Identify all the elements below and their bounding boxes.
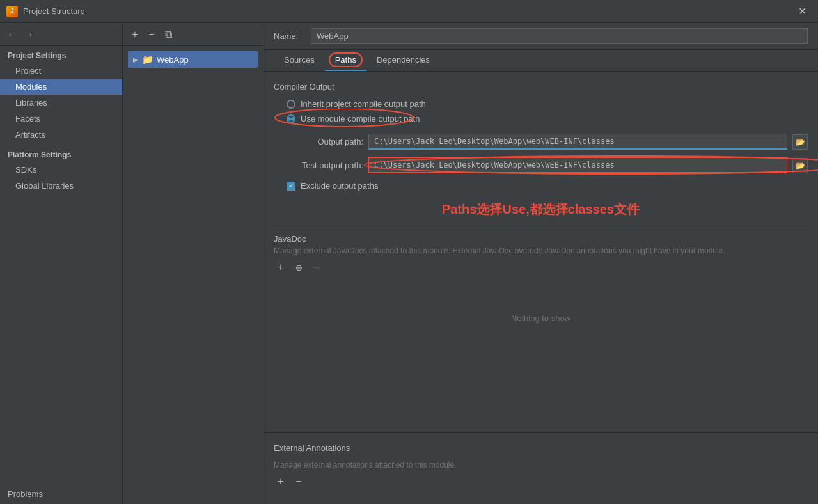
- app-icon: J: [6, 6, 18, 17]
- radio-group: Inherit project compile output path Use …: [287, 99, 808, 123]
- module-name: WebApp: [157, 55, 189, 65]
- javadoc-toolbar: + ⊕ −: [274, 260, 808, 274]
- window-title: Project Structure: [23, 6, 793, 16]
- sidebar-item-project[interactable]: Project: [0, 63, 122, 79]
- radio-inherit-label: Inherit project compile output path: [301, 99, 426, 109]
- ext-annotations-desc: Manage external annotations attached to …: [274, 461, 808, 469]
- close-button[interactable]: ✕: [793, 3, 812, 20]
- exclude-label: Exclude output paths: [301, 181, 378, 191]
- content-area: Compiler Output Inherit project compile …: [263, 72, 818, 432]
- output-path-browse-btn[interactable]: 📂: [792, 134, 808, 150]
- platform-settings-label: Platform Settings: [0, 143, 122, 162]
- javadoc-description: Manage external JavaDocs attached to thi…: [274, 246, 808, 255]
- javadoc-add-spec-btn[interactable]: ⊕: [292, 260, 306, 274]
- exclude-checkbox[interactable]: ✓: [287, 182, 295, 191]
- sidebar: ← → Project Settings Project Modules Lib…: [0, 23, 123, 504]
- test-output-path-browse-btn[interactable]: 📂: [792, 158, 808, 173]
- nav-arrows: ← →: [0, 23, 122, 46]
- radio-use-module-label: Use module compile output path: [301, 114, 420, 123]
- output-path-row: Output path: 📂: [287, 134, 808, 150]
- add-module-button[interactable]: +: [128, 28, 142, 42]
- title-bar: J Project Structure ✕: [0, 0, 818, 23]
- back-button[interactable]: ←: [5, 28, 19, 42]
- module-expand-arrow: ▶: [133, 56, 138, 63]
- javadoc-remove-btn[interactable]: −: [310, 260, 324, 274]
- annotation-overlay: Paths选择Use,都选择classes文件: [274, 201, 808, 218]
- sidebar-item-modules[interactable]: Modules: [0, 79, 122, 95]
- sidebar-item-libraries[interactable]: Libraries: [0, 95, 122, 111]
- radio-inherit[interactable]: Inherit project compile output path: [287, 99, 808, 109]
- sidebar-item-problems[interactable]: Problems: [0, 484, 122, 504]
- name-label: Name:: [274, 31, 306, 41]
- ext-annotations-add-btn[interactable]: +: [274, 475, 288, 489]
- tabs-row: Sources Paths Dependencies: [263, 50, 818, 72]
- exclude-row: ✓ Exclude output paths: [287, 181, 808, 191]
- sidebar-item-artifacts[interactable]: Artifacts: [0, 127, 122, 143]
- external-annotations-section: External Annotations Manage external ann…: [263, 432, 818, 504]
- middle-panel: + − ⧉ ▶ 📁 WebApp: [123, 23, 263, 504]
- radio-use-module-btn[interactable]: [287, 114, 295, 123]
- tab-dependencies[interactable]: Dependencies: [366, 50, 440, 71]
- javadoc-section: JavaDoc Manage external JavaDocs attache…: [274, 234, 808, 356]
- project-settings-label: Project Settings: [0, 46, 122, 63]
- divider-1: [274, 226, 808, 226]
- module-folder-icon: 📁: [142, 54, 153, 65]
- tab-sources[interactable]: Sources: [274, 50, 325, 71]
- radio-inherit-btn[interactable]: [287, 100, 295, 109]
- module-tree: ▶ 📁 WebApp: [123, 46, 263, 73]
- remove-module-button[interactable]: −: [145, 28, 159, 42]
- output-path-input[interactable]: [368, 134, 787, 150]
- forward-button[interactable]: →: [22, 28, 36, 42]
- radio-use-module[interactable]: Use module compile output path: [287, 114, 808, 123]
- sidebar-item-sdks[interactable]: SDKs: [0, 162, 122, 178]
- test-output-path-row: Test output path: 📂: [287, 157, 808, 173]
- compiler-output-title: Compiler Output: [274, 82, 808, 91]
- javadoc-add-btn[interactable]: +: [274, 260, 288, 274]
- name-row: Name:: [263, 23, 818, 50]
- tab-paths[interactable]: Paths: [325, 50, 366, 71]
- content-panel: Name: Sources Paths Dependencies Compile…: [263, 23, 818, 504]
- sidebar-item-global-libraries[interactable]: Global Libraries: [0, 178, 122, 194]
- sidebar-item-facets[interactable]: Facets: [0, 111, 122, 127]
- module-item-webapp[interactable]: ▶ 📁 WebApp: [128, 51, 258, 68]
- ext-annotations-title: External Annotations: [274, 443, 808, 453]
- copy-module-button[interactable]: ⧉: [161, 28, 175, 42]
- middle-toolbar: + − ⧉: [123, 23, 263, 46]
- ext-annotations-toolbar: + −: [274, 475, 808, 489]
- output-path-label: Output path:: [287, 137, 363, 146]
- javadoc-empty-state: Nothing to show: [274, 280, 808, 356]
- ext-annotations-remove-btn[interactable]: −: [292, 475, 306, 489]
- test-output-path-label: Test output path:: [287, 161, 363, 170]
- javadoc-title: JavaDoc: [274, 234, 808, 244]
- name-input[interactable]: [311, 28, 808, 44]
- test-output-path-input[interactable]: [368, 157, 787, 173]
